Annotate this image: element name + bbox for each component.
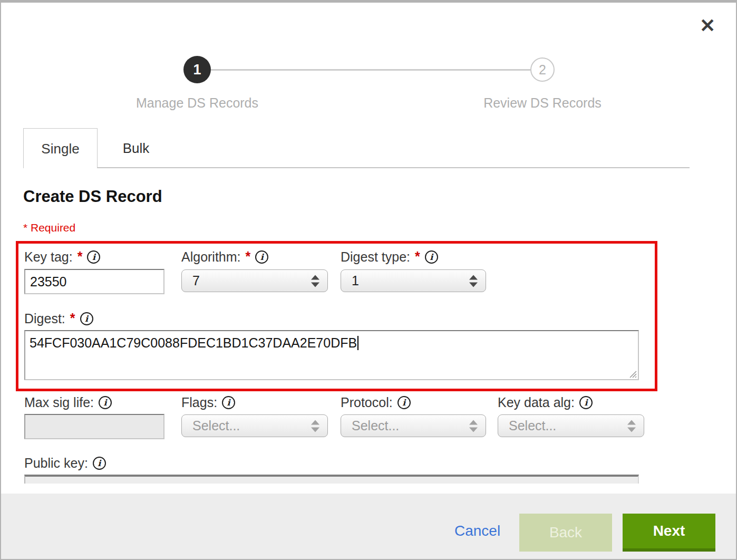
digest-type-select-value: 1: [352, 273, 359, 288]
key-tag-input[interactable]: [24, 269, 164, 294]
create-ds-record-dialog: ✕ 1 2 Manage DS Records Review DS Record…: [0, 0, 737, 560]
public-key-label: Public key: i: [24, 455, 106, 471]
required-note: * Required: [23, 221, 75, 234]
digest-required-marker: *: [70, 311, 75, 326]
tab-single[interactable]: Single: [23, 128, 98, 168]
max-sig-life-input[interactable]: [24, 414, 164, 439]
max-sig-life-label-text: Max sig life:: [24, 395, 94, 410]
flags-label-text: Flags:: [181, 395, 217, 410]
algorithm-select-value: 7: [192, 273, 200, 288]
step-1-indicator: 1: [183, 56, 211, 83]
digest-label-text: Digest:: [24, 311, 65, 326]
public-key-info-icon[interactable]: i: [93, 457, 106, 470]
flags-select-placeholder: Select...: [192, 418, 240, 433]
spinner-arrows-icon: [627, 420, 636, 432]
public-key-textarea[interactable]: [24, 475, 639, 484]
spinner-arrows-icon: [469, 275, 478, 287]
key-data-alg-select[interactable]: Select...: [498, 414, 644, 437]
key-tag-info-icon[interactable]: i: [87, 250, 100, 264]
protocol-label-text: Protocol:: [341, 395, 393, 410]
back-button[interactable]: Back: [519, 514, 612, 552]
flags-label: Flags: i: [181, 394, 235, 410]
key-data-alg-info-icon[interactable]: i: [579, 396, 593, 409]
algorithm-info-icon[interactable]: i: [255, 250, 268, 264]
protocol-select[interactable]: Select...: [341, 414, 486, 437]
protocol-info-icon[interactable]: i: [397, 396, 411, 409]
page-title: Create DS Record: [23, 187, 162, 206]
key-tag-required-marker: *: [77, 249, 83, 264]
key-tag-label-text: Key tag:: [24, 249, 73, 265]
digest-value: 54FCF030AA1C79C0088FDEC1BD1C37DAA2E70DFB: [30, 335, 357, 350]
cancel-button[interactable]: Cancel: [454, 523, 500, 539]
digest-info-icon[interactable]: i: [80, 312, 93, 325]
spinner-arrows-icon: [469, 420, 478, 432]
step-2-indicator: 2: [530, 57, 555, 82]
public-key-label-text: Public key:: [24, 456, 88, 471]
textarea-resize-handle[interactable]: [628, 370, 637, 378]
digest-type-label-text: Digest type:: [341, 249, 410, 265]
tab-bar-divider: [98, 167, 690, 168]
key-data-alg-select-placeholder: Select...: [509, 418, 556, 433]
max-sig-life-label: Max sig life: i: [24, 394, 112, 410]
key-data-alg-label-text: Key data alg:: [498, 395, 575, 410]
spinner-arrows-icon: [311, 275, 319, 287]
close-icon: ✕: [700, 15, 715, 36]
algorithm-label: Algorithm: * i: [181, 249, 268, 265]
digest-type-select[interactable]: 1: [341, 269, 486, 292]
key-tag-label: Key tag: * i: [24, 249, 100, 265]
text-caret: [357, 336, 358, 350]
max-sig-life-info-icon[interactable]: i: [99, 396, 112, 409]
spinner-arrows-icon: [311, 420, 319, 432]
digest-type-required-marker: *: [415, 249, 420, 264]
digest-type-label: Digest type: * i: [341, 249, 438, 265]
close-button[interactable]: ✕: [696, 14, 719, 37]
flags-info-icon[interactable]: i: [222, 396, 235, 409]
stepper-connector-line: [211, 69, 531, 71]
algorithm-label-text: Algorithm:: [181, 249, 241, 265]
flags-select[interactable]: Select...: [181, 414, 328, 437]
digest-label: Digest: * i: [24, 311, 93, 326]
protocol-select-placeholder: Select...: [352, 418, 399, 433]
digest-textarea[interactable]: 54FCF030AA1C79C0088FDEC1BD1C37DAA2E70DFB: [24, 330, 639, 380]
algorithm-required-marker: *: [246, 249, 251, 264]
tab-bulk[interactable]: Bulk: [98, 128, 174, 168]
key-data-alg-label: Key data alg: i: [498, 394, 593, 410]
protocol-label: Protocol: i: [341, 394, 411, 410]
step-2-label: Review DS Records: [458, 95, 627, 111]
algorithm-select[interactable]: 7: [181, 269, 328, 292]
step-1-label: Manage DS Records: [113, 95, 282, 111]
digest-type-info-icon[interactable]: i: [425, 250, 438, 264]
next-button[interactable]: Next: [623, 514, 715, 552]
